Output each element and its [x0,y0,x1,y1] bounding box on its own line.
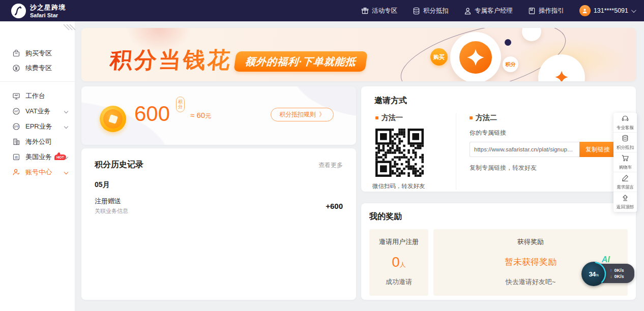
sidebar-item-epr[interactable]: EPR EPR业务 [0,119,75,134]
invite-title: 邀请方式 [369,96,628,106]
toolbar-label: 购物车 [619,164,632,170]
banner-subtitle: 额外的福利·下单就能抵 [245,55,357,69]
system-overlay-widget[interactable]: AI ↑0K/s ↓0K/s 34% [581,255,642,291]
invite-link-input[interactable] [470,142,579,157]
account-icon [12,168,21,177]
copy-link-button[interactable]: 复制链接 [579,142,616,157]
brand-logo-icon [11,4,26,18]
sidebar-item-label: EPR业务 [25,122,52,131]
download-arrow-icon: ↓ [610,274,612,279]
points-badge-circle: 积分 [503,56,518,72]
gold-coin-icon [100,106,126,132]
sidebar-item-workbench[interactable]: 工作台 [0,88,75,104]
sidebar-item-label: 海外公司 [25,137,52,146]
sidebar-item-label: VAT业务 [25,107,50,116]
tax-icon: 税 [12,153,21,162]
history-row-subtitle: 关联业务信息 [95,207,128,215]
sidebar-item-overseas-company[interactable]: 海外公司 [0,134,75,149]
customer-service-button[interactable]: 专业客服 [613,113,637,133]
toolbar-label: 专业客服 [617,125,634,131]
sidebar-hatch-decoration [63,23,80,41]
history-row: 注册赠送 关联业务信息 +600 [95,197,343,215]
points-approx-value: ≈ 60元 [190,111,211,120]
nav-activity-zone-label: 活动专区 [372,7,397,15]
sidebar-item-label: 购买专区 [25,49,52,58]
user-menu[interactable]: 131****5091 [579,5,635,16]
invite-link-hint: 复制专属链接，转发好友 [470,164,628,172]
top-navbar: 沙之星跨境 Safari Star 活动专区 积分抵扣 专属客户经理 操作指引 [0,0,644,21]
brand-name-cn: 沙之星跨境 [30,3,66,12]
epr-icon: EPR [12,122,21,131]
nav-guide-label: 操作指引 [539,7,564,15]
sidebar-divider [0,81,75,82]
brand-name-en: Safari Star [30,12,66,18]
invite-card: 邀请方式 方法一 微信扫码，转发好友 方法二 你的专属链接 复制链接 [361,86,636,192]
invited-users-count: 0人 [392,254,406,270]
view-more-link[interactable]: 查看更多 [318,161,343,170]
sidebar-item-us-business[interactable]: 税 美国业务 HOT [0,149,75,165]
chevron-down-icon [64,125,68,129]
invite-link-label: 你的专属链接 [470,129,628,137]
cart-icon [621,154,629,163]
sidebar-item-buy-zone[interactable]: 购买专区 [0,46,75,60]
nav-guide[interactable]: 操作指引 [528,7,564,15]
floating-toolbar: 专业客服 积分抵扣 购物车 需求留言 返回顶部 [613,113,637,212]
banner-subtitle-pill: 额外的福利·下单就能抵 [233,51,367,72]
points-unit-badge: 积分 [176,97,185,112]
sidebar-item-label: 续费专区 [25,64,52,73]
nav-account-manager[interactable]: 专属客户经理 [464,7,513,15]
method-two-label: 方法二 [470,113,628,122]
bag-icon [12,49,21,57]
person-icon [464,7,472,15]
history-month: 05月 [95,180,343,190]
history-row-amount: +600 [326,202,343,210]
orbit-dot-decoration [505,39,511,46]
gift-icon [361,7,369,15]
brand-logo[interactable]: 沙之星跨境 Safari Star [11,3,66,18]
nav-points-deduction[interactable]: 积分抵扣 [413,7,449,15]
avatar [579,5,591,16]
method-one-label: 方法一 [370,113,452,122]
sidebar-item-renew-zone[interactable]: 续费专区 [0,60,75,75]
upload-arrow-icon: ↑ [610,268,612,273]
coins-icon [413,7,420,15]
points-balance: 600 [134,102,170,126]
invited-users-panel: 邀请用户注册 0人 成功邀请 [369,229,428,296]
qr-code [375,129,424,177]
rewards-obtained-footer: 快去邀请好友吧~ [506,277,556,287]
download-speed: 0K/s [614,274,624,279]
bullet-icon [375,116,378,119]
chevron-down-icon [64,109,68,113]
sidebar-item-label: 工作台 [25,91,45,101]
back-to-top-button[interactable]: 返回顶部 [613,192,637,212]
sidebar-item-vat[interactable]: VAT VAT业务 [0,104,75,119]
qr-caption: 微信扫码，转发好友 [372,182,452,190]
svg-text:EPR: EPR [14,126,19,128]
upload-speed: 0K/s [614,268,624,273]
toolbar-label: 需求留言 [617,184,634,190]
cart-button[interactable]: 购物车 [613,152,637,172]
yen-circle-icon [12,64,21,72]
nav-activity-zone[interactable]: 活动专区 [361,7,397,15]
feedback-button[interactable]: 需求留言 [613,172,637,192]
nav-account-manager-label: 专属客户经理 [475,7,513,15]
buy-badge: 购买 [430,48,448,66]
book-icon [528,7,536,15]
rewards-title: 我的奖励 [369,211,628,222]
history-title: 积分历史记录 [95,160,143,170]
points-history-card: 积分历史记录 查看更多 05月 注册赠送 关联业务信息 +600 [81,148,356,300]
sidebar-item-account-center[interactable]: 账号中心 [0,165,75,180]
toolbar-label: 返回顶部 [617,204,634,210]
points-summary-card: 600 积分 ≈ 60元 积分抵扣规则》 [81,86,356,145]
invited-users-footer: 成功邀请 [386,277,412,287]
points-rules-button[interactable]: 积分抵扣规则》 [271,108,334,121]
invited-users-header: 邀请用户注册 [379,237,419,246]
sidebar: 购买专区 续费专区 工作台 VAT VAT业务 EPR EPR业务 海外公司 [0,21,75,311]
progress-circle: 34% [581,262,606,286]
points-deduction-button[interactable]: 积分抵扣 [613,133,637,152]
toolbar-label: 积分抵扣 [617,144,634,150]
promo-banner[interactable]: 积分当钱花 额外的福利·下单就能抵 购买 积分 [81,28,636,81]
svg-text:税: 税 [15,156,18,160]
back-to-top-icon [621,194,629,202]
workbench-icon [12,92,21,101]
